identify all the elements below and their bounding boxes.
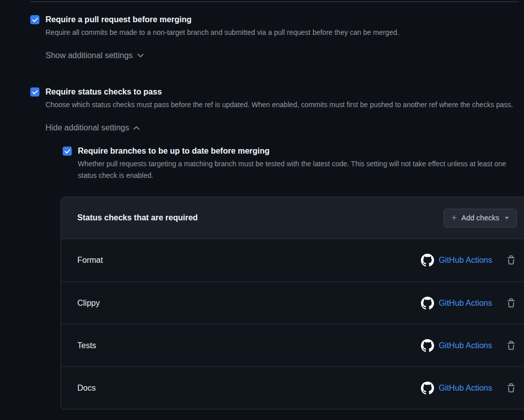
check-name: Tests: [77, 341, 96, 350]
checkmark-icon: [32, 18, 38, 22]
add-checks-label: Add checks: [461, 214, 499, 222]
setting-title: Require status checks to pass: [45, 86, 519, 98]
setting-require-status-checks: Require status checks to pass Choose whi…: [30, 86, 519, 409]
check-name: Format: [77, 256, 103, 265]
delete-check-button[interactable]: [505, 382, 517, 394]
status-check-row: Tests GitHub Actions: [61, 324, 524, 366]
plus-icon: +: [452, 213, 457, 222]
setting-title: Require branches to be up to date before…: [78, 146, 519, 157]
check-name: Clippy: [77, 299, 100, 308]
check-source-link[interactable]: GitHub Actions: [439, 341, 492, 350]
toggle-label: Show additional settings: [45, 51, 133, 60]
github-logo-icon: [421, 297, 434, 310]
trash-icon: [506, 341, 516, 351]
dropdown-caret-icon: [505, 217, 509, 219]
check-source-link[interactable]: GitHub Actions: [439, 299, 492, 308]
delete-check-button[interactable]: [505, 340, 517, 352]
require-status-checks-checkbox[interactable]: [30, 87, 39, 97]
check-source-link[interactable]: GitHub Actions: [439, 256, 492, 265]
trash-icon: [506, 255, 516, 265]
status-check-row: Format GitHub Actions: [61, 239, 524, 282]
add-checks-button[interactable]: + Add checks: [444, 209, 517, 227]
chevron-down-icon: [137, 54, 144, 58]
setting-require-up-to-date: Require branches to be up to date before…: [63, 146, 519, 181]
section-divider: [30, 2, 519, 2]
checkmark-icon: [65, 149, 70, 154]
check-source-link[interactable]: GitHub Actions: [439, 384, 492, 393]
trash-icon: [506, 383, 516, 393]
github-logo-icon: [421, 382, 434, 395]
setting-description: Whether pull requests targeting a matchi…: [78, 158, 519, 181]
delete-check-button[interactable]: [505, 297, 517, 309]
show-additional-settings-toggle[interactable]: Show additional settings: [45, 51, 144, 60]
setting-title: Require a pull request before merging: [45, 14, 519, 25]
github-logo-icon: [421, 254, 434, 267]
toggle-label: Hide additional settings: [45, 123, 129, 132]
hide-additional-settings-toggle[interactable]: Hide additional settings: [45, 123, 139, 132]
status-checks-panel-header: Status checks that are required + Add ch…: [61, 197, 524, 239]
status-check-row: Docs GitHub Actions: [61, 366, 524, 409]
github-logo-icon: [421, 339, 434, 352]
checkmark-icon: [32, 90, 38, 95]
setting-description: Choose which status checks must pass bef…: [45, 99, 519, 111]
branch-rules-settings: Require a pull request before merging Re…: [0, 2, 524, 409]
delete-check-button[interactable]: [505, 254, 517, 266]
panel-title: Status checks that are required: [77, 213, 198, 222]
setting-require-pull-request: Require a pull request before merging Re…: [30, 14, 519, 60]
check-name: Docs: [77, 384, 96, 393]
status-checks-panel: Status checks that are required + Add ch…: [61, 197, 524, 409]
trash-icon: [506, 298, 516, 308]
require-up-to-date-checkbox[interactable]: [63, 147, 72, 156]
setting-description: Require all commits be made to a non-tar…: [45, 27, 519, 38]
require-pull-request-checkbox[interactable]: [30, 15, 39, 24]
chevron-up-icon: [133, 126, 139, 130]
status-check-row: Clippy GitHub Actions: [61, 282, 524, 324]
